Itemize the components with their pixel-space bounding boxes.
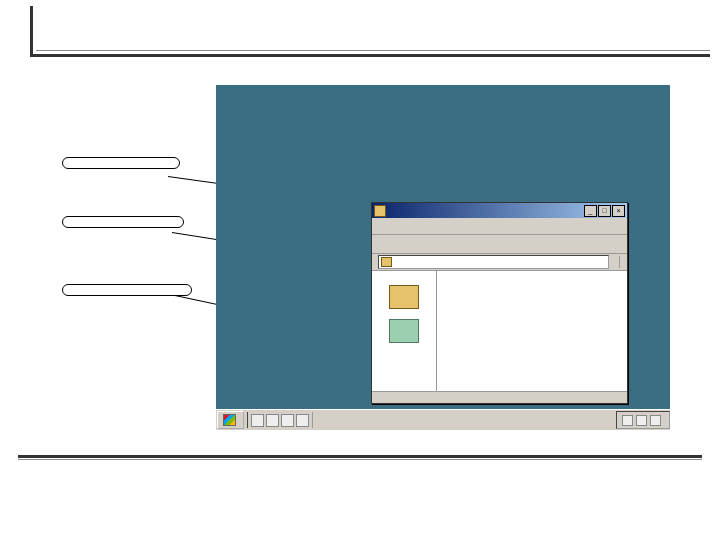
quick-launch-icon[interactable]	[296, 414, 309, 427]
tray-icon[interactable]	[650, 415, 661, 426]
taskbar	[216, 409, 670, 430]
minimize-button[interactable]: _	[584, 205, 597, 217]
close-button[interactable]: ×	[612, 205, 625, 217]
folder-icon	[389, 285, 419, 309]
quick-launch	[247, 412, 313, 428]
toolbar	[372, 235, 627, 254]
explorer-tree-pane[interactable]	[437, 271, 627, 391]
slide-decoration-line	[18, 455, 702, 458]
callout-desktop-folder	[62, 157, 180, 169]
callout-all-items	[62, 216, 184, 228]
address-bar	[372, 254, 627, 271]
callout-path	[62, 284, 192, 296]
system-tray	[616, 411, 670, 429]
start-button[interactable]	[217, 411, 244, 429]
quick-launch-icon[interactable]	[281, 414, 294, 427]
quick-launch-icon[interactable]	[266, 414, 279, 427]
status-bar	[372, 391, 627, 405]
folder-icon	[381, 257, 392, 267]
title-decoration-thin	[36, 50, 710, 51]
folder-icon	[374, 205, 386, 217]
app-icon	[389, 319, 419, 343]
maximize-button[interactable]: □	[598, 205, 611, 217]
menu-bar	[372, 218, 627, 235]
slide-decoration-thin	[18, 459, 702, 460]
title-decoration-vertical	[30, 6, 33, 54]
quick-launch-icon[interactable]	[251, 414, 264, 427]
windows-logo-icon	[223, 414, 236, 426]
explorer-web-pane	[372, 271, 437, 391]
explorer-window[interactable]: _ □ ×	[371, 202, 628, 404]
explorer-panes	[372, 271, 627, 391]
window-titlebar[interactable]: _ □ ×	[372, 203, 627, 218]
slide-title-area	[18, 2, 702, 60]
tray-icon[interactable]	[636, 415, 647, 426]
window-controls: _ □ ×	[584, 205, 625, 217]
links-button[interactable]	[619, 256, 624, 268]
address-field[interactable]	[378, 255, 609, 269]
tray-icon[interactable]	[622, 415, 633, 426]
desktop-screenshot: _ □ ×	[216, 85, 670, 430]
title-decoration-horizontal	[30, 54, 710, 57]
